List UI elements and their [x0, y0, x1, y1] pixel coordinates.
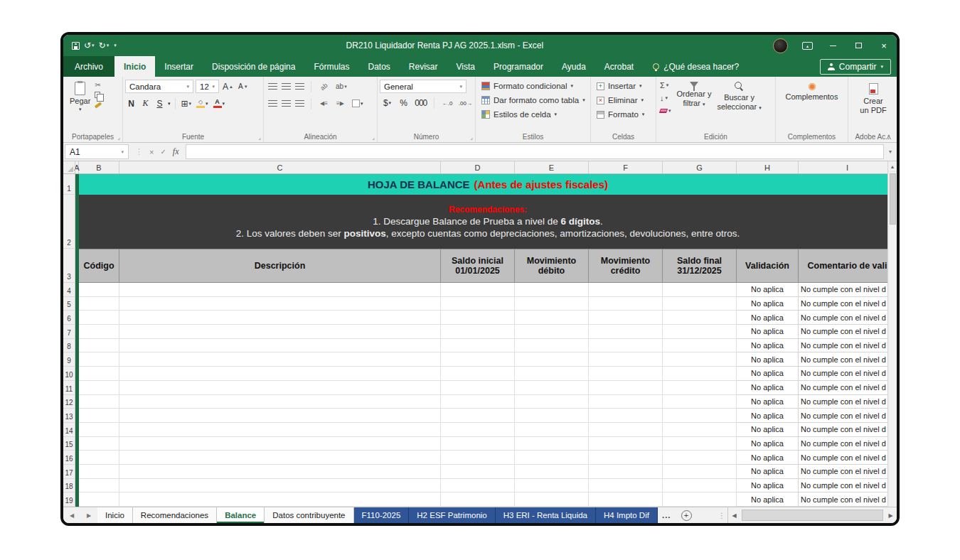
ribbon-tab-insertar[interactable]: Insertar — [155, 56, 203, 77]
cell[interactable] — [79, 409, 119, 423]
row-header-15[interactable]: 15 — [63, 437, 75, 451]
column-header-i[interactable]: I — [799, 161, 897, 173]
paste-button[interactable]: Pegar ▾ — [65, 79, 95, 115]
font-name-select[interactable]: Candara ▾ — [125, 80, 193, 93]
column-header-h[interactable]: H — [737, 161, 799, 173]
cell[interactable] — [79, 297, 119, 311]
cell[interactable] — [79, 437, 119, 451]
cell[interactable] — [589, 367, 663, 381]
cell[interactable] — [589, 311, 663, 325]
cell[interactable] — [663, 423, 737, 437]
cell-validacion[interactable]: No aplica — [737, 367, 799, 381]
format-as-table-button[interactable]: Dar formato como tabla ▾ — [478, 93, 588, 107]
cell[interactable] — [441, 339, 515, 353]
wrap-text-icon[interactable]: ab▾ — [334, 80, 348, 93]
cell[interactable] — [515, 367, 589, 381]
row-header-5[interactable]: 5 — [63, 297, 75, 311]
cell-validacion[interactable]: No aplica — [737, 451, 799, 465]
ribbon-tab-archivo[interactable]: Archivo — [63, 56, 114, 77]
cell[interactable] — [515, 381, 589, 395]
cell[interactable] — [119, 409, 441, 423]
ribbon-display-options-icon[interactable]: ▴ — [802, 42, 813, 50]
cell[interactable] — [441, 437, 515, 451]
cell-comentario[interactable]: No cumple con el nivel d — [799, 492, 897, 507]
row-header-3[interactable]: 3 — [63, 249, 75, 283]
cell[interactable] — [119, 297, 441, 311]
cell[interactable] — [79, 395, 119, 409]
scroll-up-icon[interactable]: ▲ — [888, 161, 897, 172]
cell[interactable] — [589, 409, 663, 423]
increase-font-size-button[interactable]: A▲ — [221, 80, 235, 93]
horizontal-scrollbar[interactable]: ◀ ▶ — [727, 507, 897, 523]
insert-function-icon[interactable]: fx — [173, 146, 179, 157]
cell-validacion[interactable]: No aplica — [737, 325, 799, 339]
row-header-19[interactable]: 19 — [63, 492, 75, 507]
vertical-scrollbar[interactable]: ▲ — [887, 161, 897, 507]
format-painter-icon[interactable] — [95, 101, 102, 109]
cell[interactable] — [589, 479, 663, 493]
cell[interactable] — [515, 423, 589, 437]
sheet-tab-balance[interactable]: Balance — [217, 507, 265, 523]
align-top-icon[interactable] — [268, 83, 277, 90]
cell-validacion[interactable]: No aplica — [737, 465, 799, 479]
cancel-icon[interactable]: × — [149, 148, 154, 156]
cell-comentario[interactable]: No cumple con el nivel d — [799, 409, 897, 423]
copy-icon[interactable] — [95, 91, 102, 99]
decrease-indent-icon[interactable]: ◀≡ — [318, 97, 330, 110]
sheet-tab-h3-eri-renta-liquida[interactable]: H3 ERI - Renta Liquida — [496, 507, 596, 523]
cell[interactable] — [589, 423, 663, 437]
cell[interactable] — [79, 311, 119, 325]
cell[interactable] — [515, 479, 589, 493]
cell[interactable] — [119, 367, 441, 381]
namebox-splitter-icon[interactable]: ⋮ — [135, 147, 143, 156]
tab-scroll-splitter-icon[interactable]: ⋮ — [716, 507, 727, 523]
cell[interactable] — [79, 451, 119, 465]
cell[interactable] — [441, 325, 515, 339]
cell-validacion[interactable]: No aplica — [737, 297, 799, 311]
cell[interactable] — [119, 492, 441, 507]
cell[interactable] — [663, 367, 737, 381]
cell[interactable] — [441, 395, 515, 409]
dialog-launcher-icon[interactable]: ⌟ — [372, 134, 375, 141]
cell[interactable] — [79, 367, 119, 381]
cell-validacion[interactable]: No aplica — [737, 409, 799, 423]
align-center-icon[interactable] — [282, 100, 291, 107]
cell[interactable] — [589, 465, 663, 479]
formula-input[interactable] — [186, 144, 885, 159]
more-sheets[interactable]: ... — [658, 507, 676, 523]
cell[interactable] — [515, 451, 589, 465]
save-icon[interactable] — [72, 42, 80, 50]
ribbon-tab-datos[interactable]: Datos — [358, 56, 399, 77]
number-format-select[interactable]: General ▾ — [380, 80, 466, 93]
bold-button[interactable]: N — [125, 97, 137, 110]
cell[interactable] — [589, 283, 663, 297]
insert-cells-button[interactable]: + Insertar ▾ — [593, 79, 654, 93]
cell[interactable] — [441, 451, 515, 465]
cell[interactable] — [515, 283, 589, 297]
cell[interactable] — [589, 339, 663, 353]
cell[interactable] — [441, 423, 515, 437]
autosum-button[interactable]: Σ▾ — [660, 80, 671, 90]
row-header-14[interactable]: 14 — [63, 423, 75, 437]
cell[interactable] — [119, 283, 441, 297]
cell-comentario[interactable]: No cumple con el nivel d — [799, 325, 897, 339]
cell[interactable] — [663, 451, 737, 465]
align-middle-icon[interactable] — [282, 83, 291, 90]
cell[interactable] — [515, 395, 589, 409]
cell[interactable] — [663, 311, 737, 325]
cell[interactable] — [515, 325, 589, 339]
cell[interactable] — [515, 311, 589, 325]
cell[interactable] — [663, 381, 737, 395]
cell[interactable] — [515, 352, 589, 367]
cell[interactable] — [119, 325, 441, 339]
cell[interactable] — [515, 465, 589, 479]
sheet-nav-right-icon[interactable]: ▶ — [80, 507, 97, 523]
row-header-8[interactable]: 8 — [63, 339, 75, 353]
decrease-font-size-button[interactable]: A▼ — [237, 80, 250, 93]
cell-validacion[interactable]: No aplica — [737, 339, 799, 353]
percent-format-icon[interactable]: % — [398, 97, 410, 109]
row-header-16[interactable]: 16 — [63, 451, 75, 465]
row-header-7[interactable]: 7 — [63, 325, 75, 339]
cell[interactable] — [79, 325, 119, 339]
cell[interactable] — [441, 367, 515, 381]
